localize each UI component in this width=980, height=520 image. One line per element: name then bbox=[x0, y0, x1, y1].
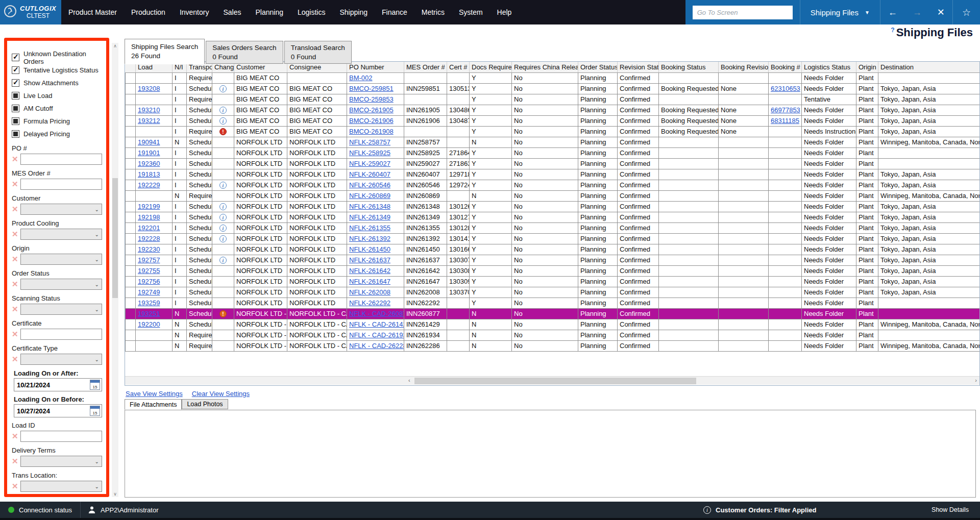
close-screen-icon[interactable]: ✕ bbox=[929, 7, 952, 18]
table-row[interactable]: 193259IScheduledNORFOLK LTDNORFOLK LTDNF… bbox=[126, 298, 980, 308]
row-selector[interactable] bbox=[126, 190, 136, 201]
column-header-docs-required[interactable]: Docs Required bbox=[470, 62, 512, 72]
po-number-link[interactable]: NFLK-258757 bbox=[349, 138, 390, 146]
help-icon[interactable]: ? bbox=[891, 27, 894, 34]
error-icon[interactable]: ! bbox=[219, 128, 227, 135]
column-header-origin[interactable]: Origin bbox=[856, 62, 878, 72]
po-number-link[interactable]: BMCO-259851 bbox=[349, 85, 394, 92]
table-row[interactable]: NRequiredNORFOLK LTD - CADNORFOLK LTD - … bbox=[126, 340, 980, 351]
order-status-select[interactable]: ⌄ bbox=[20, 279, 102, 290]
menu-sales[interactable]: Sales bbox=[223, 8, 241, 16]
tab-load-photos[interactable]: Load Photos bbox=[182, 399, 228, 409]
sidebar-scrollbar[interactable]: ∧ ∨ bbox=[112, 43, 118, 497]
column-header-order-status[interactable]: Order Status bbox=[578, 62, 618, 72]
column-header-booking[interactable]: Booking # bbox=[769, 62, 802, 72]
row-selector[interactable] bbox=[126, 222, 136, 233]
clear-po-icon[interactable]: ✕ bbox=[12, 155, 19, 164]
info-icon[interactable]: i bbox=[219, 225, 227, 232]
table-row[interactable]: 192198ISchedulediNORFOLK LTDNORFOLK LTDN… bbox=[126, 212, 980, 222]
po-number-link[interactable]: NFLK-261450 bbox=[349, 245, 390, 253]
po-number-link[interactable]: NFLK-258925 bbox=[349, 149, 390, 157]
clear-view-settings-link[interactable]: Clear View Settings bbox=[192, 390, 250, 398]
menu-metrics[interactable]: Metrics bbox=[422, 8, 445, 16]
menu-production[interactable]: Production bbox=[131, 8, 165, 16]
info-icon[interactable]: i bbox=[219, 235, 227, 242]
table-row[interactable]: 191901IScheduledNORFOLK LTDNORFOLK LTDNF… bbox=[126, 147, 980, 158]
info-icon[interactable]: i bbox=[219, 85, 227, 92]
column-header-destination[interactable]: Destination bbox=[878, 62, 980, 72]
po-number-link[interactable]: NFLK-260407 bbox=[349, 170, 390, 178]
table-row[interactable]: 191813IScheduledNORFOLK LTDNORFOLK LTDNF… bbox=[126, 169, 980, 180]
info-icon[interactable]: i bbox=[219, 117, 227, 125]
scroll-down-icon[interactable]: ∨ bbox=[112, 491, 118, 497]
tab-shipping-files-search[interactable]: Shipping Files Search 26 Found bbox=[125, 39, 205, 64]
scroll-right-icon[interactable]: › bbox=[975, 377, 977, 383]
po-number-link[interactable]: NFLK-261642 bbox=[349, 267, 390, 275]
po-number-link[interactable]: NFLK-262008 bbox=[349, 288, 390, 296]
po-number-link[interactable]: NFLK-261348 bbox=[349, 203, 390, 210]
table-row[interactable]: 193251NScheduled!NORFOLK LTD - CADNORFOL… bbox=[126, 308, 980, 319]
load-link[interactable]: 192198 bbox=[138, 213, 160, 221]
scrollbar-thumb[interactable] bbox=[112, 178, 118, 298]
info-icon[interactable]: i bbox=[219, 107, 227, 114]
table-row[interactable]: 192229ISchedulediNORFOLK LTDNORFOLK LTDN… bbox=[126, 180, 980, 190]
po-number-link[interactable]: BMCO-259853 bbox=[349, 95, 394, 103]
load-link[interactable]: 191813 bbox=[138, 170, 160, 178]
horizontal-scrollbar[interactable]: ‹ › bbox=[125, 376, 979, 385]
table-row[interactable]: IRequiredBIG MEAT COBM-002YNoPlanningCon… bbox=[126, 72, 980, 83]
clear-delivery-terms-icon[interactable]: ✕ bbox=[12, 457, 19, 466]
load-link[interactable]: 192201 bbox=[138, 224, 160, 232]
show-details-button[interactable]: Show Details bbox=[932, 506, 969, 513]
row-selector[interactable] bbox=[126, 115, 136, 126]
po-number-link[interactable]: NFLK-261355 bbox=[349, 224, 390, 232]
column-header-revision-status[interactable]: Revision Status bbox=[618, 62, 659, 72]
checkbox-unknown-destination-orders[interactable]: Unknown Destination Orders bbox=[12, 51, 102, 64]
booking-number-link[interactable]: 62310653 bbox=[771, 85, 800, 92]
row-selector[interactable] bbox=[126, 180, 136, 190]
po-number-link[interactable]: BMCO-261906 bbox=[349, 117, 394, 125]
delivery-terms-select[interactable]: ⌄ bbox=[20, 456, 102, 467]
table-row[interactable]: 193210ISchedulediBIG MEAT COBIG MEAT COB… bbox=[126, 105, 980, 115]
po-number-link[interactable]: BMCO-261905 bbox=[349, 106, 394, 114]
checkbox-am-cutoff[interactable]: AM Cutoff bbox=[12, 102, 102, 115]
clear-scanning-status-icon[interactable]: ✕ bbox=[12, 305, 19, 314]
scrollbar-thumb[interactable] bbox=[414, 378, 696, 384]
clear-trans-location-icon[interactable]: ✕ bbox=[12, 482, 19, 491]
calendar-icon[interactable] bbox=[90, 406, 100, 416]
scanning-status-select[interactable]: ⌄ bbox=[20, 304, 102, 315]
column-header-mes-order[interactable]: MES Order # bbox=[404, 62, 447, 72]
row-selector[interactable] bbox=[126, 158, 136, 169]
favorite-star-icon[interactable]: ☆ bbox=[953, 7, 980, 18]
menu-logistics[interactable]: Logistics bbox=[298, 8, 325, 16]
row-selector[interactable] bbox=[126, 94, 136, 105]
row-selector[interactable] bbox=[126, 308, 136, 319]
info-icon[interactable]: i bbox=[219, 257, 227, 264]
column-header-requires-china-release[interactable]: Requires China Release bbox=[512, 62, 578, 72]
current-user-label[interactable]: APP2\Administrator bbox=[101, 506, 158, 514]
origin-select[interactable]: ⌄ bbox=[20, 254, 102, 265]
save-view-settings-link[interactable]: Save View Settings bbox=[126, 390, 183, 398]
po-number-link[interactable]: NFLK-260869 bbox=[349, 192, 390, 200]
table-row[interactable]: 193208ISchedulediBIG MEAT COBIG MEAT COB… bbox=[126, 83, 980, 94]
clear-mes-icon[interactable]: ✕ bbox=[12, 180, 19, 189]
loading-before-date[interactable] bbox=[14, 407, 90, 415]
table-row[interactable]: 192199ISchedulediNORFOLK LTDNORFOLK LTDN… bbox=[126, 201, 980, 212]
table-row[interactable]: 192230IScheduledNORFOLK LTDNORFOLK LTDNF… bbox=[126, 244, 980, 255]
load-id-field[interactable] bbox=[20, 431, 102, 442]
row-selector[interactable] bbox=[126, 212, 136, 222]
clear-order-status-icon[interactable]: ✕ bbox=[12, 280, 19, 289]
load-link[interactable]: 192755 bbox=[138, 267, 160, 275]
po-number-link[interactable]: NFLK - CAD-261934 bbox=[349, 331, 404, 339]
filter-applied-label[interactable]: Customer Orders: Filter Applied bbox=[716, 506, 816, 514]
load-link[interactable]: 192200 bbox=[138, 320, 160, 328]
table-row[interactable]: NRequiredNORFOLK LTD - CADNORFOLK LTD - … bbox=[126, 330, 980, 340]
screen-selector-dropdown[interactable]: Shipping Files ▼ bbox=[800, 8, 880, 17]
row-selector[interactable] bbox=[126, 147, 136, 158]
menu-inventory[interactable]: Inventory bbox=[180, 8, 209, 16]
po-number-link[interactable]: NFLK-259027 bbox=[349, 160, 390, 167]
table-row[interactable]: 192749IScheduledNORFOLK LTDNORFOLK LTDNF… bbox=[126, 287, 980, 298]
row-selector[interactable] bbox=[126, 276, 136, 287]
menu-planning[interactable]: Planning bbox=[256, 8, 284, 16]
product-cooling-select[interactable]: ⌄ bbox=[20, 229, 102, 240]
back-arrow-icon[interactable]: ← bbox=[880, 7, 905, 18]
